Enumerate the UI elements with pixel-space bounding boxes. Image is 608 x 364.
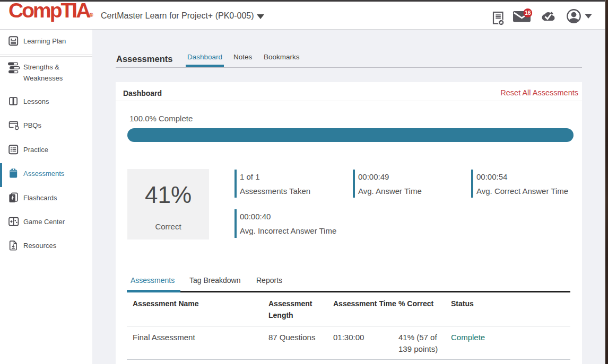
svg-text:16: 16	[525, 10, 531, 16]
